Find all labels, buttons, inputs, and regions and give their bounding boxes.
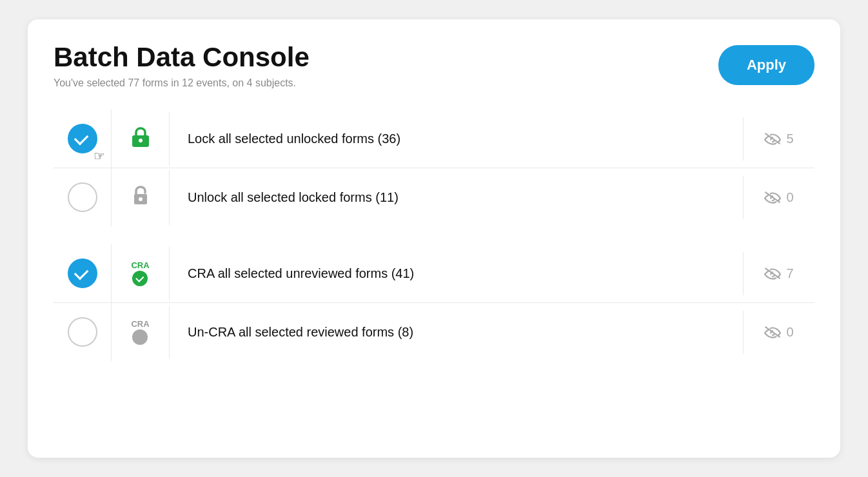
lock-visibility-cell: 5 <box>744 117 814 161</box>
lock-eye-off-icon <box>764 132 781 145</box>
cra-label-gray: CRA <box>131 320 149 328</box>
cra-gray-icon: CRA <box>131 320 149 345</box>
apply-button[interactable]: Apply <box>718 45 814 85</box>
unlock-eye-off-icon <box>764 191 781 204</box>
unlock-action-text-cell: Unlock all selected locked forms (11) <box>170 176 744 219</box>
page-subtitle: You've selected 77 forms in 12 events, o… <box>54 77 310 89</box>
unlock-visibility-cell: 0 <box>744 176 814 219</box>
svg-point-2 <box>139 139 143 142</box>
svg-point-4 <box>139 197 143 201</box>
cra-circle-gray <box>132 329 148 345</box>
page-title: Batch Data Console <box>54 43 310 72</box>
lock-green-icon <box>131 126 150 152</box>
lock-gray-icon-cell <box>112 170 170 225</box>
cra-circle-green <box>132 271 148 286</box>
lock-row: Lock all selected unlocked forms (36) 5 <box>54 110 814 168</box>
uncra-row: CRA Un-CRA all selected reviewed forms (… <box>54 303 814 361</box>
lock-action-label: Lock all selected unlocked forms (36) <box>188 131 400 146</box>
unlock-visibility-count: 0 <box>786 190 793 205</box>
uncra-visibility-cell: 0 <box>744 311 814 354</box>
unlock-row: Unlock all selected locked forms (11) 0 <box>54 168 814 226</box>
cra-row: CRA CRA all selected unreviewed forms (4… <box>54 244 814 303</box>
uncra-eye-off-icon <box>764 326 781 338</box>
uncra-visibility-count: 0 <box>786 325 793 340</box>
cra-eye-off-icon <box>764 267 781 280</box>
header: Batch Data Console You've selected 77 fo… <box>54 43 814 89</box>
cra-checkbox[interactable] <box>68 258 97 288</box>
header-text: Batch Data Console You've selected 77 fo… <box>54 43 310 89</box>
lock-group: Lock all selected unlocked forms (36) 5 <box>54 110 814 226</box>
cra-visibility-cell: 7 <box>744 252 814 295</box>
batch-data-console-card: Batch Data Console You've selected 77 fo… <box>28 19 840 458</box>
lock-checkbox-cell <box>54 110 112 168</box>
cra-visibility-count: 7 <box>786 266 793 281</box>
uncra-checkbox[interactable] <box>68 317 97 347</box>
lock-visibility-count: 5 <box>786 131 793 146</box>
cra-gray-icon-cell: CRA <box>112 306 170 359</box>
cra-checkbox-cell <box>54 244 112 302</box>
cra-group: CRA CRA all selected unreviewed forms (4… <box>54 244 814 361</box>
cra-green-icon: CRA <box>131 261 149 286</box>
lock-action-text-cell: Lock all selected unlocked forms (36) <box>170 117 744 161</box>
unlock-checkbox[interactable] <box>68 182 97 212</box>
lock-green-icon-cell <box>112 112 170 166</box>
unlock-action-label: Unlock all selected locked forms (11) <box>188 190 399 204</box>
uncra-action-text-cell: Un-CRA all selected reviewed forms (8) <box>170 311 744 354</box>
cra-green-icon-cell: CRA <box>112 247 170 300</box>
cra-label-green: CRA <box>131 261 149 269</box>
cra-action-text-cell: CRA all selected unreviewed forms (41) <box>170 252 744 295</box>
lock-gray-icon <box>131 184 150 211</box>
cra-action-label: CRA all selected unreviewed forms (41) <box>188 266 414 280</box>
uncra-checkbox-cell <box>54 303 112 361</box>
lock-checkbox[interactable] <box>68 124 97 153</box>
uncra-action-label: Un-CRA all selected reviewed forms (8) <box>188 325 413 339</box>
sections: Lock all selected unlocked forms (36) 5 <box>54 110 814 361</box>
unlock-checkbox-cell <box>54 168 112 226</box>
